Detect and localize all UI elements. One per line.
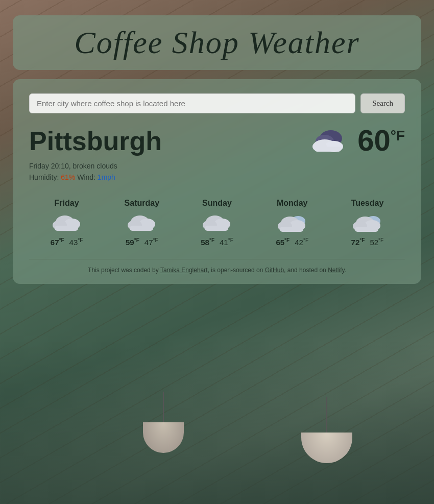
svg-rect-27 (355, 227, 378, 232)
temp-high-friday: 67°F (51, 237, 64, 247)
day-label-friday: Friday (55, 199, 79, 208)
temp-low-tuesday: 52°F (370, 237, 383, 247)
title-box: Coffee Shop Weather (13, 15, 421, 70)
forecast-day-monday: Monday 65°F 42°F (255, 199, 330, 247)
search-button[interactable]: Search (360, 93, 405, 113)
current-weather-icon (309, 127, 350, 154)
divider (29, 259, 405, 259)
temp-row-tuesday: 72°F 52°F (351, 237, 384, 247)
footer-netlify-link[interactable]: Netlify (328, 267, 344, 274)
page-wrapper: Coffee Shop Weather Search Pittsburgh Fr… (0, 0, 434, 504)
day-label-sunday: Sunday (202, 199, 232, 208)
temp-row-monday: 65°F 42°F (276, 237, 308, 247)
current-description: Friday 20:10, broken clouds Humidity: 61… (29, 160, 162, 183)
temp-low-saturday: 47°F (144, 237, 158, 247)
page-title: Coffee Shop Weather (33, 25, 401, 61)
temp-unit: °F (391, 128, 405, 143)
footer: This project was coded by Tamika Engleha… (29, 267, 405, 274)
forecast-day-friday: Friday 67°F 43°F (29, 199, 104, 247)
forecast-icon-tuesday (351, 212, 383, 233)
temp-low-sunday: 41°F (220, 237, 233, 247)
forecast-day-tuesday: Tuesday 72°F 52°F (330, 199, 405, 247)
svg-rect-13 (130, 226, 153, 231)
temp-high-saturday: 59°F (126, 237, 139, 247)
temp-row-friday: 67°F 43°F (51, 237, 83, 247)
forecast-icon-saturday (126, 212, 158, 233)
footer-period: . (345, 267, 346, 274)
temp-low-friday: 43°F (69, 237, 83, 247)
main-card: Search Pittsburgh Friday 20:10, broken c… (13, 79, 421, 284)
search-row: Search (29, 93, 405, 113)
temp-high-monday: 65°F (276, 237, 290, 247)
humidity-value: 61% (61, 173, 75, 181)
footer-author-link[interactable]: Tamika Englehart (160, 267, 208, 274)
wind-value: 1mph (98, 173, 115, 181)
wind-label: Wind: (77, 173, 95, 181)
footer-text-before: This project was coded by (88, 267, 160, 274)
city-name: Pittsburgh (29, 126, 162, 156)
temp-row-saturday: 59°F 47°F (126, 237, 158, 247)
forecast-day-saturday: Saturday 59°F 47°F (104, 199, 179, 247)
search-input[interactable] (29, 93, 355, 113)
forecast-day-sunday: Sunday 58°F 41°F (179, 199, 254, 247)
current-weather-section: Pittsburgh Friday 20:10, broken clouds H… (29, 126, 405, 183)
temp-value: 60 (357, 124, 391, 157)
day-label-monday: Monday (277, 199, 307, 208)
current-temperature: 60°F (357, 126, 405, 155)
temp-high-tuesday: 72°F (351, 237, 365, 247)
footer-text-middle: , is open-sourced on (208, 267, 265, 274)
forecast-icon-sunday (201, 212, 233, 233)
footer-github-link[interactable]: GitHub (265, 267, 284, 274)
current-right: 60°F (309, 126, 405, 155)
forecast-icon-friday (51, 212, 83, 233)
day-label-tuesday: Tuesday (351, 199, 384, 208)
svg-rect-9 (55, 226, 78, 231)
forecast-row: Friday 67°F 43°F Saturday (29, 199, 405, 247)
humidity-label: Humidity: (29, 173, 59, 181)
svg-rect-5 (315, 147, 341, 152)
svg-rect-17 (205, 226, 228, 231)
svg-rect-22 (280, 227, 303, 232)
temp-row-sunday: 58°F 41°F (201, 237, 233, 247)
day-label-saturday: Saturday (125, 199, 159, 208)
forecast-icon-monday (276, 212, 308, 233)
current-left: Pittsburgh Friday 20:10, broken clouds H… (29, 126, 162, 183)
weather-desc-text: Friday 20:10, broken clouds (29, 162, 117, 170)
temp-low-monday: 42°F (295, 237, 308, 247)
temp-high-sunday: 58°F (201, 237, 214, 247)
footer-text-after: , and hosted on (284, 267, 328, 274)
